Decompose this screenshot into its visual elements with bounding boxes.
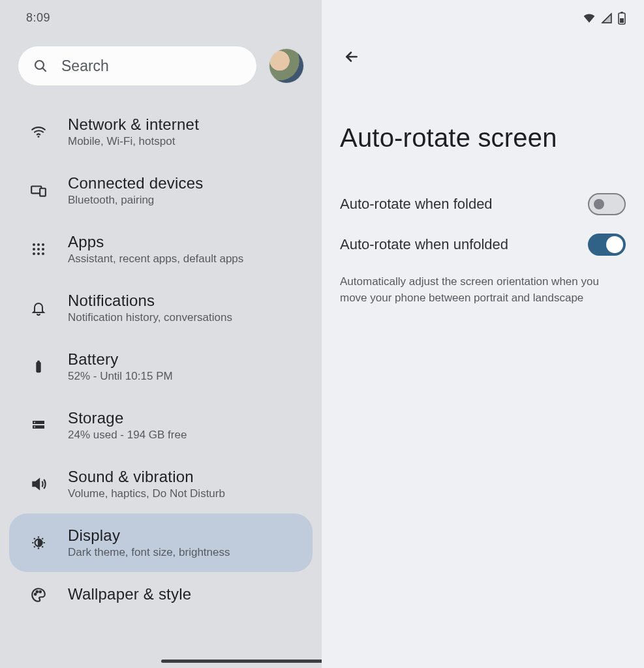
sidebar-item-storage[interactable]: Storage 24% used - 194 GB free: [9, 396, 313, 455]
switch-folded[interactable]: [588, 193, 626, 215]
sidebar-item-subtitle: Assistant, recent apps, default apps: [68, 252, 243, 266]
battery-status-icon: [618, 12, 626, 25]
svg-point-18: [34, 422, 35, 423]
status-bar-right: [322, 0, 644, 36]
sidebar-item-label: Storage: [68, 409, 187, 427]
svg-point-23: [39, 591, 41, 593]
switch-unfolded[interactable]: [588, 234, 626, 256]
toggle-label: Auto-rotate when folded: [340, 196, 493, 213]
sidebar-item-network[interactable]: Network & internet Mobile, Wi-Fi, hotspo…: [9, 102, 313, 161]
svg-point-19: [34, 427, 35, 428]
settings-detail-pane: Auto-rotate screen Auto-rotate when fold…: [322, 0, 644, 668]
svg-point-8: [33, 248, 35, 250]
search-input[interactable]: Search: [18, 46, 256, 85]
svg-point-21: [35, 594, 37, 596]
sidebar-item-wallpaper[interactable]: Wallpaper & style: [9, 572, 313, 618]
wifi-status-icon: [583, 12, 596, 25]
svg-rect-4: [40, 189, 46, 196]
svg-rect-26: [621, 12, 623, 13]
toggle-label: Auto-rotate when unfolded: [340, 236, 508, 253]
sidebar-item-subtitle: 52% - Until 10:15 PM: [68, 370, 173, 383]
svg-point-2: [38, 136, 40, 138]
svg-point-11: [33, 252, 35, 255]
page-title: Auto-rotate screen: [340, 123, 626, 153]
sidebar-item-label: Wallpaper & style: [68, 585, 191, 603]
svg-rect-15: [37, 361, 40, 363]
sidebar-item-battery[interactable]: Battery 52% - Until 10:15 PM: [9, 337, 313, 396]
svg-point-6: [37, 243, 40, 246]
volume-icon: [29, 476, 48, 493]
search-row: Search: [0, 36, 322, 91]
svg-point-12: [37, 252, 40, 255]
sidebar-item-notifications[interactable]: Notifications Notification history, conv…: [9, 279, 313, 337]
sidebar-item-label: Battery: [68, 350, 173, 369]
svg-point-10: [42, 248, 44, 250]
sidebar-item-label: Network & internet: [68, 115, 199, 134]
sidebar-item-apps[interactable]: Apps Assistant, recent apps, default app…: [9, 220, 313, 279]
sidebar-item-subtitle: Dark theme, font size, brightness: [68, 546, 230, 559]
svg-point-22: [37, 591, 38, 593]
sidebar-item-label: Connected devices: [68, 174, 204, 192]
sidebar-item-display[interactable]: Display Dark theme, font size, brightnes…: [9, 513, 313, 572]
bell-icon: [29, 300, 48, 316]
status-bar-left: 8:09: [0, 0, 322, 36]
sidebar-item-connected[interactable]: Connected devices Bluetooth, pairing: [9, 161, 313, 220]
palette-icon: [29, 586, 48, 603]
sidebar-item-label: Display: [68, 526, 230, 545]
cell-signal-icon: [601, 12, 613, 24]
search-icon: [33, 58, 48, 74]
settings-list: Network & internet Mobile, Wi-Fi, hotspo…: [0, 91, 322, 668]
svg-point-13: [42, 252, 44, 255]
toggle-row-folded[interactable]: Auto-rotate when folded: [340, 184, 626, 224]
sidebar-item-subtitle: Bluetooth, pairing: [68, 194, 204, 207]
svg-point-5: [33, 243, 35, 246]
back-button[interactable]: [337, 42, 366, 71]
wifi-icon: [29, 123, 48, 140]
sidebar-item-subtitle: Mobile, Wi-Fi, hotspot: [68, 135, 199, 148]
svg-rect-25: [620, 18, 624, 23]
svg-point-9: [37, 248, 40, 250]
battery-icon: [29, 358, 48, 375]
sidebar-item-subtitle: 24% used - 194 GB free: [68, 429, 187, 442]
clock: 8:09: [26, 11, 50, 25]
svg-rect-14: [36, 362, 40, 373]
settings-master-pane: 8:09 Search Network & internet Mobile, W…: [0, 0, 322, 668]
profile-avatar[interactable]: [269, 49, 303, 83]
search-placeholder: Search: [61, 57, 109, 75]
svg-point-7: [42, 243, 44, 246]
storage-icon: [29, 418, 48, 433]
sidebar-item-label: Notifications: [68, 292, 232, 310]
sidebar-item-label: Sound & vibration: [68, 468, 225, 486]
svg-line-1: [42, 68, 46, 71]
helper-text: Automatically adjust the screen orientat…: [340, 265, 626, 306]
sidebar-item-subtitle: Notification history, conversations: [68, 311, 232, 324]
devices-icon: [29, 182, 48, 199]
sidebar-item-label: Apps: [68, 233, 243, 251]
toggle-row-unfolded[interactable]: Auto-rotate when unfolded: [340, 224, 626, 265]
brightness-icon: [29, 534, 48, 551]
sidebar-item-sound[interactable]: Sound & vibration Volume, haptics, Do No…: [9, 455, 313, 513]
nav-handle[interactable]: [161, 660, 331, 663]
apps-grid-icon: [29, 241, 48, 257]
sidebar-item-subtitle: Volume, haptics, Do Not Disturb: [68, 487, 225, 500]
